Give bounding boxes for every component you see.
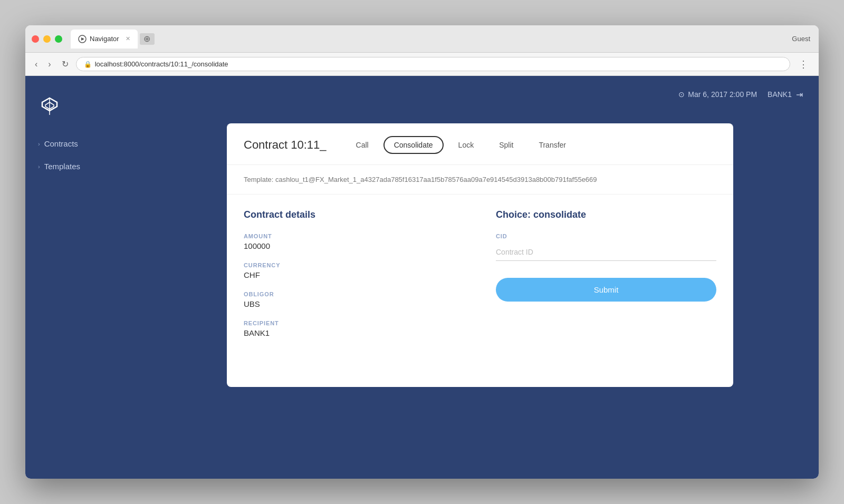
details-section-title: Contract details	[244, 209, 464, 220]
new-tab-icon: ⊕	[143, 34, 150, 44]
cid-input[interactable]	[496, 244, 716, 261]
submit-label: Submit	[594, 285, 619, 294]
submit-button[interactable]: Submit	[496, 278, 716, 302]
templates-chevron-icon: ›	[38, 163, 40, 170]
back-button[interactable]: ‹	[32, 57, 41, 71]
logout-icon[interactable]: ⇥	[796, 90, 803, 100]
forward-button[interactable]: ›	[45, 57, 54, 71]
sidebar-item-label-templates: Templates	[44, 162, 80, 171]
choice-section-title: Choice: consolidate	[496, 209, 716, 220]
field-amount: AMOUNT 100000	[244, 233, 464, 250]
browser-titlebar: Navigator ✕ ⊕ Guest	[25, 25, 819, 53]
tab-split[interactable]: Split	[488, 136, 524, 154]
lock-icon: 🔒	[84, 61, 92, 68]
app-layout: › Contracts › Templates ⊙ Mar 6, 2017 2:…	[25, 76, 819, 479]
app-logo	[38, 95, 61, 118]
browser-toolbar: ‹ › ↻ 🔒 localhost:8000/contracts/10:11_/…	[25, 53, 819, 76]
clock-icon: ⊙	[678, 90, 685, 99]
contract-details: Contract details AMOUNT 100000 CURRENCY …	[244, 209, 464, 349]
sidebar-item-contracts[interactable]: › Contracts	[25, 134, 141, 153]
template-text: Template: cashlou_t1@FX_Market_1_a4327ad…	[244, 176, 597, 183]
field-value-currency: CHF	[244, 270, 464, 279]
field-value-obligor: UBS	[244, 299, 464, 308]
content-main: Contract 10:11_ Call Consolidate Lock	[141, 113, 819, 479]
address-bar[interactable]: 🔒 localhost:8000/contracts/10:11_/consol…	[76, 57, 790, 71]
tab-close-icon[interactable]: ✕	[126, 35, 130, 42]
field-currency: CURRENCY CHF	[244, 262, 464, 279]
tab-title: Navigator	[90, 35, 119, 43]
refresh-button[interactable]: ↻	[59, 57, 72, 71]
minimize-button[interactable]	[43, 35, 51, 43]
field-label-recipient: RECIPIENT	[244, 320, 464, 326]
svg-marker-1	[81, 37, 84, 41]
tab-consolidate[interactable]: Consolidate	[383, 136, 444, 154]
navigator-tab-icon	[78, 35, 87, 43]
tab-lock[interactable]: Lock	[448, 136, 485, 154]
tab-call[interactable]: Call	[346, 136, 379, 154]
field-obligor: OBLIGOR UBS	[244, 291, 464, 308]
field-label-currency: CURRENCY	[244, 262, 464, 268]
contract-panel: Contract 10:11_ Call Consolidate Lock	[227, 123, 733, 387]
browser-tab[interactable]: Navigator ✕	[71, 30, 138, 49]
sidebar: › Contracts › Templates	[25, 76, 141, 479]
new-tab-button[interactable]: ⊕	[140, 33, 155, 45]
datetime-display: Mar 6, 2017 2:00 PM	[688, 90, 757, 99]
choice-section: Choice: consolidate CID Submit	[496, 209, 716, 349]
contracts-chevron-icon: ›	[38, 141, 40, 147]
sidebar-header	[25, 86, 141, 134]
contract-header: Contract 10:11_ Call Consolidate Lock	[227, 123, 733, 165]
content-area: ⊙ Mar 6, 2017 2:00 PM BANK1 ⇥ Contract 1…	[141, 76, 819, 479]
contract-body: Contract details AMOUNT 100000 CURRENCY …	[227, 195, 733, 364]
field-value-amount: 100000	[244, 241, 464, 250]
topbar-time: ⊙ Mar 6, 2017 2:00 PM	[678, 90, 757, 99]
topbar-user: BANK1 ⇥	[768, 90, 803, 100]
guest-label: Guest	[792, 35, 810, 43]
tab-transfer[interactable]: Transfer	[528, 136, 577, 154]
field-recipient: RECIPIENT BANK1	[244, 320, 464, 337]
field-label-obligor: OBLIGOR	[244, 291, 464, 297]
contract-tabs: Call Consolidate Lock Split	[346, 136, 577, 154]
sidebar-item-label-contracts: Contracts	[44, 139, 78, 148]
form-label-cid: CID	[496, 233, 716, 239]
url-display: localhost:8000/contracts/10:11_/consolid…	[95, 60, 228, 68]
username-display: BANK1	[768, 90, 792, 99]
sidebar-navigation: › Contracts › Templates	[25, 134, 141, 176]
browser-menu-button[interactable]: ⋮	[794, 56, 812, 72]
field-label-amount: AMOUNT	[244, 233, 464, 239]
sidebar-item-templates[interactable]: › Templates	[25, 157, 141, 176]
template-line: Template: cashlou_t1@FX_Market_1_a4327ad…	[227, 165, 733, 195]
maximize-button[interactable]	[55, 35, 62, 43]
contract-title: Contract 10:11_	[244, 138, 327, 152]
app-top-bar: ⊙ Mar 6, 2017 2:00 PM BANK1 ⇥	[141, 76, 819, 113]
close-button[interactable]	[32, 35, 39, 43]
form-group-cid: CID	[496, 233, 716, 261]
field-value-recipient: BANK1	[244, 328, 464, 337]
traffic-lights	[32, 35, 62, 43]
